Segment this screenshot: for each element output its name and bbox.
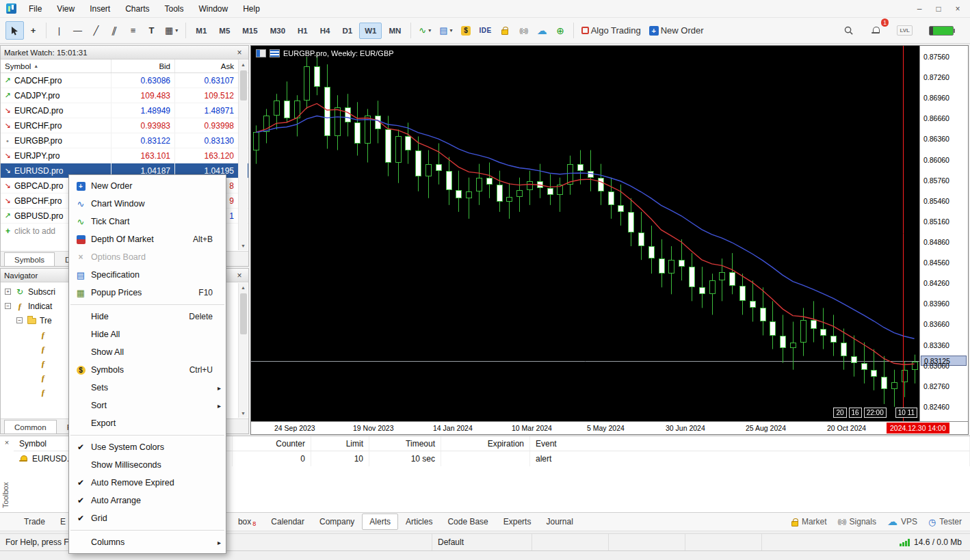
market-watch-row-cadchf[interactable]: ↗CADCHF.pro0.630860.63107 <box>1 73 248 88</box>
timeframe-m5[interactable]: M5 <box>213 23 235 39</box>
context-menu-item-symbols[interactable]: $SymbolsCtrl+U <box>69 361 226 379</box>
time-axis[interactable]: 24 Sep 202319 Nov 202314 Jan 202410 Mar … <box>251 421 968 434</box>
channel-tool-button[interactable]: ∥ <box>105 21 124 40</box>
timeframe-d1[interactable]: D1 <box>337 23 358 39</box>
context-menu-item-grid[interactable]: ✔Grid <box>69 509 226 527</box>
scrollbar-thumb[interactable] <box>240 293 247 334</box>
chart-template-button[interactable]: ▤▾ <box>435 21 456 40</box>
close-button[interactable]: × <box>948 1 967 16</box>
menu-item-help[interactable]: Help <box>235 1 267 17</box>
bottom-tab-calendar[interactable]: Calendar <box>263 514 312 530</box>
scroll-up-icon[interactable]: ▲ <box>239 60 248 69</box>
panel-button-vps[interactable]: ☁VPS <box>887 516 917 528</box>
notifications-button[interactable]: 1 <box>866 21 884 40</box>
collapse-icon[interactable]: − <box>5 303 11 309</box>
context-menu-item-popup-prices[interactable]: ▦Popup PricesF10 <box>69 284 226 302</box>
fibonacci-tool-button[interactable]: ≡ <box>124 21 142 40</box>
vertical-line-tool-button[interactable]: | <box>50 21 68 40</box>
shapes-tool-button[interactable]: ▦▾ <box>161 21 182 40</box>
scroll-down-icon[interactable]: ▼ <box>239 409 248 418</box>
timeframe-m15[interactable]: M15 <box>237 23 263 39</box>
bottom-tab-alerts[interactable]: Alerts <box>362 514 398 530</box>
navigator-tab-common[interactable]: Common <box>4 420 57 434</box>
new-order-button[interactable]: +New Order <box>645 21 708 40</box>
context-menu-item-show-milliseconds[interactable]: Show Milliseconds <box>69 456 226 474</box>
bottom-tab-trade[interactable]: Trade <box>16 514 53 530</box>
market-watch-row-eurjpy[interactable]: ↘EURJPY.pro163.101163.120 <box>1 148 248 163</box>
context-menu-item-new-order[interactable]: +New Order <box>69 177 226 195</box>
context-menu-item-sets[interactable]: Sets▸ <box>69 379 226 397</box>
context-menu-item-auto-remove-expired[interactable]: ✔Auto Remove Expired <box>69 474 226 492</box>
community-button[interactable]: ⊕ <box>551 21 570 40</box>
context-menu-item-auto-arrange[interactable]: ✔Auto Arrange <box>69 492 226 509</box>
ide-button[interactable]: IDE <box>475 21 496 40</box>
panel-button-tester[interactable]: ◷Tester <box>928 517 962 527</box>
alerts-column-event[interactable]: Event <box>530 436 970 451</box>
column-header-symbol[interactable]: Symbol▲ <box>1 59 112 72</box>
bottom-tab-company[interactable]: Company <box>312 514 362 530</box>
bottom-tab-journal[interactable]: Journal <box>538 514 580 530</box>
timeframe-h1[interactable]: H1 <box>292 23 313 39</box>
indicators-button[interactable]: ∿▾ <box>415 21 435 40</box>
context-menu-item-show-all[interactable]: Show All <box>69 343 226 361</box>
timeframe-mn[interactable]: MN <box>383 23 406 39</box>
lock-button[interactable] <box>496 21 514 40</box>
market-watch-row-eurcad[interactable]: ↘EURCAD.pro1.489491.48971 <box>1 103 248 118</box>
context-menu-item-export[interactable]: Export <box>69 414 226 432</box>
search-button[interactable] <box>839 21 858 40</box>
market-watch-tab-symbols[interactable]: Symbols <box>4 252 55 266</box>
timeframe-m30[interactable]: M30 <box>265 23 291 39</box>
close-icon[interactable]: × <box>234 48 245 57</box>
timeframe-h4[interactable]: H4 <box>315 23 336 39</box>
market-watch-scrollbar[interactable]: ▲ ▼ <box>238 60 248 250</box>
menu-item-charts[interactable]: Charts <box>118 1 157 17</box>
minimize-button[interactable]: – <box>910 1 929 16</box>
context-menu-item-chart-window[interactable]: ∿Chart Window <box>69 195 226 213</box>
algo-trading-button[interactable]: Algo Trading <box>577 21 645 40</box>
navigator-scrollbar[interactable]: ▲ ▼ <box>238 283 248 418</box>
menu-item-view[interactable]: View <box>49 1 82 17</box>
close-icon[interactable]: × <box>234 271 245 280</box>
menu-item-insert[interactable]: Insert <box>82 1 118 17</box>
text-tool-button[interactable]: T <box>142 21 161 40</box>
bottom-tab-experts[interactable]: Experts <box>496 514 539 530</box>
cloud-button[interactable]: ☁ <box>533 21 551 40</box>
context-menu-item-hide[interactable]: HideDelete <box>69 308 226 325</box>
signals-toolbar-button[interactable]: ((o)) <box>514 21 533 40</box>
trendline-tool-button[interactable]: ╱ <box>87 21 105 40</box>
scrollbar-thumb[interactable] <box>240 70 247 101</box>
context-menu-item-specification[interactable]: ▤Specification <box>69 266 226 284</box>
levels-button[interactable]: LVL <box>893 21 917 40</box>
column-header-bid[interactable]: Bid <box>112 59 175 72</box>
menu-item-file[interactable]: File <box>21 1 49 17</box>
market-watch-titlebar[interactable]: Market Watch: 15:01:31 × <box>1 46 248 59</box>
column-header-ask[interactable]: Ask <box>175 59 239 72</box>
timeframe-w1[interactable]: W1 <box>359 23 382 39</box>
collapse-icon[interactable]: − <box>16 317 23 323</box>
context-menu-item-columns[interactable]: Columns▸ <box>69 533 226 551</box>
context-menu-item-sort[interactable]: Sort▸ <box>69 397 226 414</box>
cursor-tool-button[interactable] <box>5 21 24 40</box>
chart-plot-area[interactable]: 201622:0010 11 <box>251 46 919 421</box>
alerts-column-counter[interactable]: Counter <box>233 436 311 451</box>
scroll-down-icon[interactable]: ▼ <box>239 241 248 250</box>
profile-selector[interactable]: Default <box>432 534 532 550</box>
price-chart-canvas[interactable] <box>251 46 919 421</box>
alerts-column-limit[interactable]: Limit <box>311 436 369 451</box>
menu-item-window[interactable]: Window <box>192 1 236 17</box>
context-menu-item-depth-of-market[interactable]: Depth Of MarketAlt+B <box>69 230 226 248</box>
depth-of-market-icon[interactable] <box>256 49 266 57</box>
close-icon[interactable]: × <box>2 438 12 447</box>
menu-item-tools[interactable]: Tools <box>157 1 192 17</box>
panel-button-signals[interactable]: ((o))Signals <box>838 517 876 526</box>
timeframe-m1[interactable]: M1 <box>190 23 212 39</box>
crosshair-tool-button[interactable]: + <box>24 21 42 40</box>
bottom-tab-articles[interactable]: Articles <box>398 514 440 530</box>
symbols-button[interactable]: $ <box>457 21 475 40</box>
context-menu-item-use-system-colors[interactable]: ✔Use System Colors <box>69 438 226 456</box>
market-watch-row-cadjpy[interactable]: ↗CADJPY.pro109.483109.512 <box>1 88 248 103</box>
scroll-up-icon[interactable]: ▲ <box>239 283 248 292</box>
one-click-trading-icon[interactable] <box>270 49 280 57</box>
market-watch-row-eurchf[interactable]: ↘EURCHF.pro0.939830.93998 <box>1 118 248 133</box>
panel-button-market[interactable]: Market <box>791 517 827 526</box>
